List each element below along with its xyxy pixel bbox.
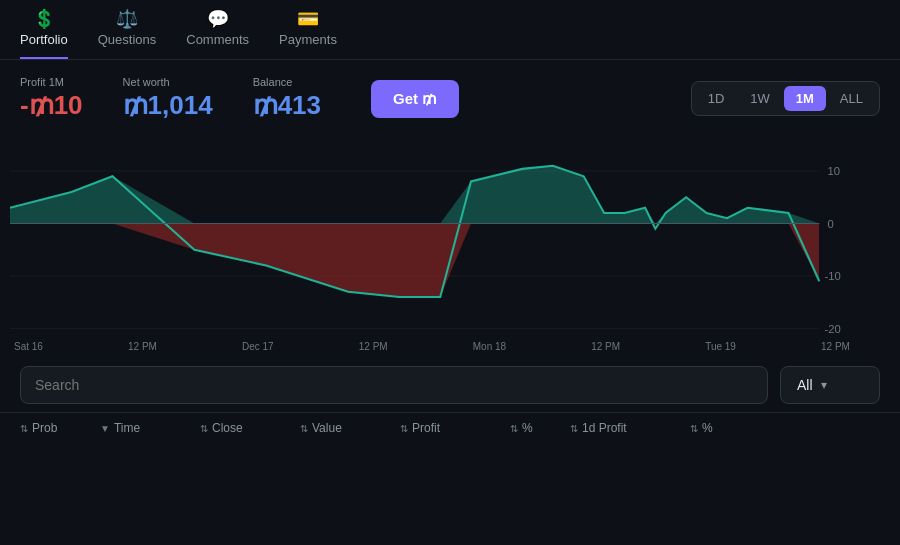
xlabel-0: Sat 16 [14, 341, 43, 352]
tf-1w[interactable]: 1W [738, 86, 782, 111]
time-filters: 1D 1W 1M ALL [691, 81, 880, 116]
search-filter-row: All ▾ [0, 358, 900, 412]
tf-all[interactable]: ALL [828, 86, 875, 111]
sort-icon-pct2: ⇅ [690, 423, 698, 434]
th-prob[interactable]: ⇅ Prob [20, 421, 100, 435]
profit-1m-label: Profit 1M [20, 76, 83, 88]
th-profit[interactable]: ⇅ Profit [400, 421, 510, 435]
balance-block: Balance ₥413 [253, 76, 321, 121]
networth-value: ₥1,014 [123, 90, 213, 121]
profit-1m-block: Profit 1M -₥10 [20, 76, 83, 121]
portfolio-icon: 💲 [33, 10, 55, 28]
sort-icon-percent: ⇅ [510, 423, 518, 434]
nav-tabs: 💲 Portfolio ⚖️ Questions 💬 Comments 💳 Pa… [0, 0, 900, 60]
th-percent-label: % [522, 421, 533, 435]
tab-comments-label: Comments [186, 32, 249, 47]
profit-chart: 10 0 -10 -20 [10, 129, 850, 339]
svg-text:0: 0 [827, 218, 833, 230]
tab-payments-label: Payments [279, 32, 337, 47]
th-time[interactable]: ▼ Time [100, 421, 200, 435]
xlabel-2: Dec 17 [242, 341, 274, 352]
xlabel-1: 12 PM [128, 341, 157, 352]
th-close[interactable]: ⇅ Close [200, 421, 300, 435]
th-time-label: Time [114, 421, 140, 435]
xlabel-6: Tue 19 [705, 341, 736, 352]
th-value-label: Value [312, 421, 342, 435]
chevron-down-icon: ▾ [821, 378, 827, 392]
th-1d-profit[interactable]: ⇅ 1d Profit [570, 421, 690, 435]
tab-payments[interactable]: 💳 Payments [279, 10, 337, 59]
xlabel-4: Mon 18 [473, 341, 506, 352]
th-1dprofit-label: 1d Profit [582, 421, 627, 435]
sort-icon-1dprofit: ⇅ [570, 423, 578, 434]
comments-icon: 💬 [207, 10, 229, 28]
xlabel-3: 12 PM [359, 341, 388, 352]
questions-icon: ⚖️ [116, 10, 138, 28]
profit-1m-value: -₥10 [20, 90, 83, 121]
balance-label: Balance [253, 76, 321, 88]
xlabel-5: 12 PM [591, 341, 620, 352]
tab-questions-label: Questions [98, 32, 157, 47]
svg-marker-14 [112, 224, 471, 298]
tf-1d[interactable]: 1D [696, 86, 737, 111]
tab-portfolio-label: Portfolio [20, 32, 68, 47]
svg-text:10: 10 [827, 165, 840, 177]
svg-text:-10: -10 [824, 270, 840, 282]
chart-area: 10 0 -10 -20 [0, 129, 900, 339]
sort-icon-profit: ⇅ [400, 423, 408, 434]
search-input[interactable] [20, 366, 768, 404]
tf-1m[interactable]: 1M [784, 86, 826, 111]
th-prob-label: Prob [32, 421, 57, 435]
payments-icon: 💳 [297, 10, 319, 28]
networth-block: Net worth ₥1,014 [123, 76, 213, 121]
sort-icon-value: ⇅ [300, 423, 308, 434]
filter-label: All [797, 377, 813, 393]
svg-text:-20: -20 [824, 323, 840, 335]
x-axis-labels: Sat 16 12 PM Dec 17 12 PM Mon 18 12 PM T… [0, 339, 900, 358]
sort-icon-prob: ⇅ [20, 423, 28, 434]
sort-icon-time: ▼ [100, 423, 110, 434]
tab-portfolio[interactable]: 💲 Portfolio [20, 10, 68, 59]
th-close-label: Close [212, 421, 243, 435]
tab-comments[interactable]: 💬 Comments [186, 10, 249, 59]
networth-label: Net worth [123, 76, 213, 88]
th-percent[interactable]: ⇅ % [510, 421, 570, 435]
tab-questions[interactable]: ⚖️ Questions [98, 10, 157, 59]
search-wrap [20, 366, 768, 404]
th-pct2-label: % [702, 421, 713, 435]
th-profit-label: Profit [412, 421, 440, 435]
xlabel-7: 12 PM [821, 341, 850, 352]
get-mana-button[interactable]: Get ₥ [371, 80, 459, 118]
svg-marker-12 [194, 166, 655, 224]
filter-dropdown[interactable]: All ▾ [780, 366, 880, 404]
th-value[interactable]: ⇅ Value [300, 421, 400, 435]
sort-icon-close: ⇅ [200, 423, 208, 434]
table-header: ⇅ Prob ▼ Time ⇅ Close ⇅ Value ⇅ Profit ⇅… [0, 412, 900, 443]
balance-value: ₥413 [253, 90, 321, 121]
th-percent2[interactable]: ⇅ % [690, 421, 750, 435]
stats-row: Profit 1M -₥10 Net worth ₥1,014 Balance … [0, 60, 900, 129]
